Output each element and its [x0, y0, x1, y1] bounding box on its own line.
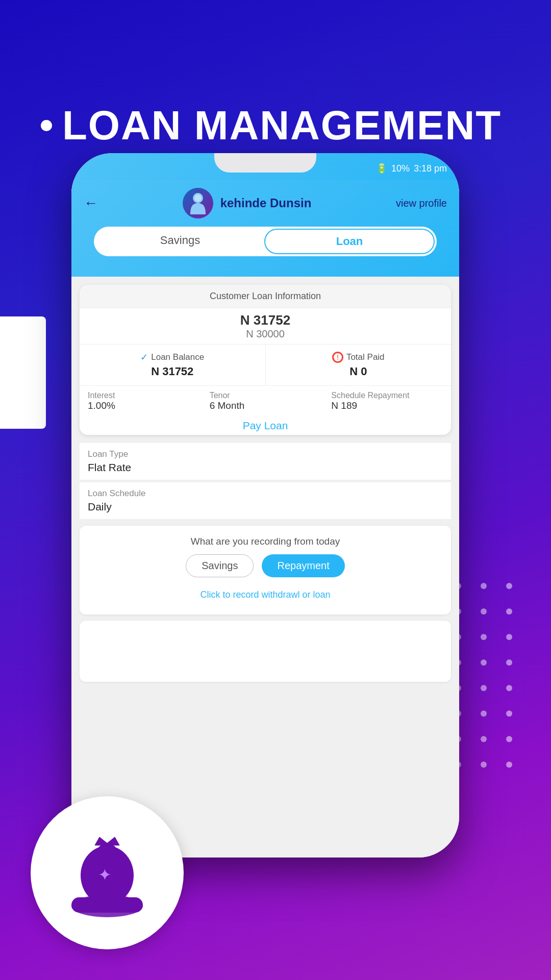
repayment-button[interactable]: Repayment: [262, 554, 344, 577]
main-card: Customer Loan Information N 31752 N 3000…: [80, 285, 451, 435]
time-display: 3:18 pm: [414, 163, 447, 174]
header-top: ← kehinde Dunsin view profile: [84, 188, 447, 218]
tab-loan[interactable]: Loan: [264, 229, 435, 254]
battery-percent: 10%: [391, 163, 410, 174]
loan-icon-circle: ✦: [31, 796, 184, 949]
view-profile-link[interactable]: view profile: [396, 198, 447, 209]
total-paid-label: ! Total Paid: [274, 352, 443, 363]
loan-schedule-value: Daily: [88, 501, 443, 513]
customer-info-header: Customer Loan Information: [80, 285, 451, 308]
loan-details-row: Interest 1.00% Tenor 6 Month Schedule Re…: [80, 386, 451, 416]
loan-amount-large: N 31752: [84, 312, 447, 328]
loan-balance-label: ✓ Loan Balance: [88, 352, 257, 363]
balance-row: ✓ Loan Balance N 31752 ! Total Paid N 0: [80, 344, 451, 386]
interest-item: Interest 1.00%: [88, 391, 199, 411]
recording-buttons: Savings Repayment: [88, 554, 443, 577]
loan-schedule-label: Loan Schedule: [88, 488, 443, 499]
loan-balance-value: N 31752: [88, 365, 257, 378]
customer-info-label: Customer Loan Information: [210, 291, 321, 301]
loan-type-label: Loan Type: [88, 449, 443, 459]
tenor-item: Tenor 6 Month: [210, 391, 321, 411]
recording-section: What are you recording from today Saving…: [80, 526, 451, 615]
tabs-container: Savings Loan: [94, 227, 437, 256]
user-info: kehinde Dunsin: [183, 188, 312, 218]
loan-amount-section: N 31752 N 30000: [80, 308, 451, 344]
status-bar-icons: 🔋 10% 3:18 pm: [376, 163, 447, 174]
app-header: ← kehinde Dunsin view profile Savings: [71, 180, 459, 277]
savings-button[interactable]: Savings: [186, 554, 254, 577]
heading-bullet: [41, 120, 52, 131]
loan-type-value: Flat Rate: [88, 461, 443, 474]
total-paid-value: N 0: [274, 365, 443, 378]
pay-loan-button[interactable]: Pay Loan: [243, 420, 288, 431]
loan-type-section: Loan Type Flat Rate: [80, 443, 451, 480]
back-button[interactable]: ←: [84, 195, 98, 211]
svg-text:✦: ✦: [98, 866, 112, 884]
circle-icon: !: [332, 352, 343, 363]
loan-amount-sub: N 30000: [84, 328, 447, 340]
avatar-icon: [188, 192, 208, 214]
pay-loan-section: Pay Loan: [80, 416, 451, 435]
phone-content: ← kehinde Dunsin view profile Savings: [71, 180, 459, 857]
loan-balance-col: ✓ Loan Balance N 31752: [80, 345, 266, 385]
total-paid-col: ! Total Paid N 0: [266, 345, 452, 385]
avatar: [183, 188, 213, 218]
decorative-rect: [0, 316, 46, 429]
bottom-content-area: [80, 621, 451, 682]
page-heading-area: LOAN MANAGEMENT: [41, 102, 502, 149]
recording-question: What are you recording from today: [88, 536, 443, 547]
check-icon: ✓: [140, 352, 148, 363]
loan-schedule-section: Loan Schedule Daily: [80, 482, 451, 520]
record-withdrawl-link[interactable]: Click to record withdrawl or loan: [88, 585, 443, 604]
svg-point-1: [194, 194, 202, 202]
schedule-repayment-item: Schedule Repayment N 189: [331, 391, 443, 411]
username-label: kehinde Dunsin: [220, 196, 312, 210]
tab-savings[interactable]: Savings: [96, 229, 264, 254]
loan-bag-icon: ✦: [56, 822, 158, 924]
phone-notch: [214, 153, 316, 173]
svg-rect-6: [101, 845, 113, 854]
svg-marker-7: [95, 837, 119, 845]
page-title: LOAN MANAGEMENT: [62, 102, 502, 149]
battery-icon: 🔋: [376, 163, 387, 174]
phone-mockup: 🔋 10% 3:18 pm ← kehinde Dunsin: [71, 153, 459, 857]
